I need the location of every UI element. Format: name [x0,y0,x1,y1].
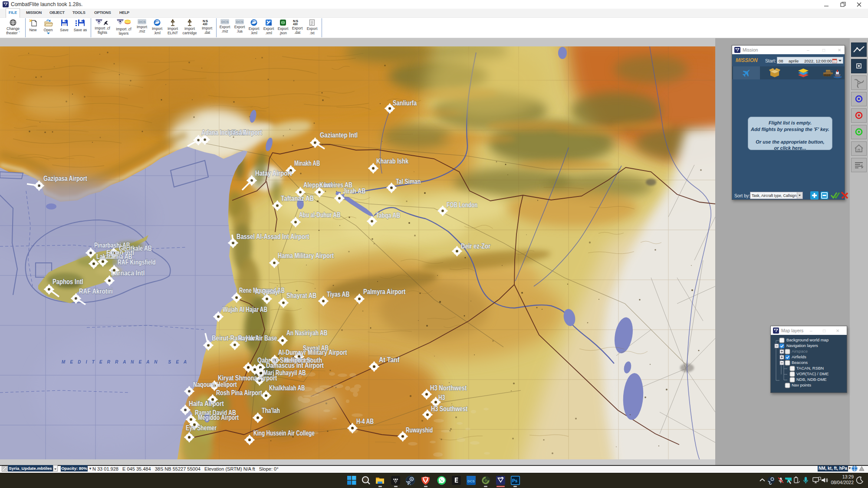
svg-text:Al Qusayr: Al Qusayr [255,288,280,296]
svg-text:Larnaca Intl: Larnaca Intl [111,269,145,277]
svg-text:Sanliurfa: Sanliurfa [393,99,417,107]
svg-text:H3 Northwest: H3 Northwest [430,384,467,392]
svg-text:Wujah Al Hajar AB: Wujah Al Hajar AB [223,305,267,314]
svg-text:Ps: Ps [512,478,518,483]
svg-text:Ruwayshid: Ruwayshid [406,426,433,434]
svg-text:Khalkhalah AB: Khalkhalah AB [269,384,305,392]
svg-text:H3: H3 [438,393,445,402]
svg-text:FOB London: FOB London [447,201,477,209]
svg-text:Tabqa AB: Tabqa AB [376,211,400,219]
svg-text:Kharab Ishk: Kharab Ishk [376,157,409,165]
svg-text:At Tanf: At Tanf [379,356,400,364]
svg-text:DCS: DCS [221,20,229,24]
svg-text:DCS: DCS [467,479,475,483]
svg-text:RAF Akrotiri: RAF Akrotiri [79,287,113,295]
svg-text:Jirah AB: Jirah AB [343,187,366,195]
svg-text:Rosh Pina Airport: Rosh Pina Airport [216,389,262,397]
svg-text:Tal Siman: Tal Siman [396,177,421,186]
svg-text:H-4 AB: H-4 AB [356,417,374,426]
svg-text:King Hussein Air College: King Hussein Air College [253,429,315,437]
svg-text:Gaziantep Intl: Gaziantep Intl [320,131,358,139]
svg-text:H3 Southwest: H3 Southwest [431,405,468,413]
svg-text:RAF Kingsfield: RAF Kingsfield [118,258,156,266]
svg-text:430: 430 [293,23,298,26]
svg-text:Bassel Al-Assad Int Airport: Bassel Al-Assad Int Airport [237,233,309,241]
svg-text:Eyn Shemer: Eyn Shemer [186,424,217,432]
svg-text:Al-Dumayr Military Airport: Al-Dumayr Military Airport [278,348,347,357]
svg-text:Tha'lah: Tha'lah [262,406,280,415]
svg-text:Haifa Airport: Haifa Airport [189,400,224,408]
svg-text:Minakh AB: Minakh AB [294,159,320,167]
svg-text:Megiddo Airport: Megiddo Airport [198,413,239,422]
svg-text:Paphos Intl: Paphos Intl [53,278,83,286]
svg-text:DCS: DCS [138,20,146,24]
svg-text:Hama Military Airport: Hama Military Airport [278,252,334,260]
svg-text:Taftanaz AB: Taftanaz AB [281,194,314,203]
svg-text:pasa Airport: pasa Airport [229,128,262,137]
svg-text:Deir ez-Zor: Deir ez-Zor [461,242,490,250]
svg-text:An Nasiriyah AB: An Nasiriyah AB [286,329,328,337]
svg-text:Hatay Airport: Hatay Airport [255,169,292,177]
svg-text:Rayak Air Base: Rayak Air Base [238,334,277,342]
svg-text:Shayrat AB: Shayrat AB [286,291,317,300]
svg-text:Gazipasa Airport: Gazipasa Airport [43,174,87,183]
svg-text:Naqoura Heliport: Naqoura Heliport [193,380,237,389]
svg-text:Tiyas AB: Tiyas AB [327,290,350,298]
svg-text:Palmyra Airport: Palmyra Airport [363,288,406,296]
svg-text:DCS: DCS [236,20,244,24]
svg-text:M E D I T E R R A N E A N S: M E D I T E R R A N E A N S E A [62,360,188,364]
svg-text:430: 430 [203,23,207,26]
svg-text:Abu al-Duhur AB: Abu al-Duhur AB [299,211,341,219]
